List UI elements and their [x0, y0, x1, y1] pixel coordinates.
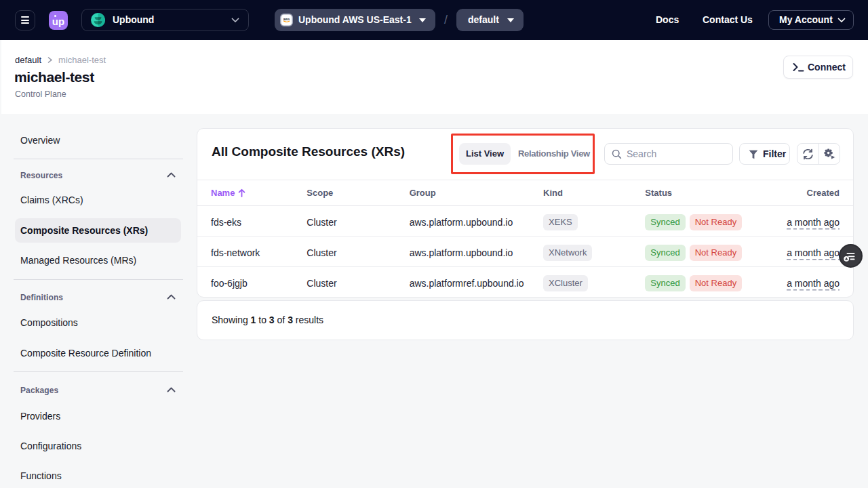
card-title: All Composite Resources (XRs) [212, 135, 405, 169]
synced-badge: Synced [645, 275, 685, 291]
column-header-group[interactable]: Group [410, 180, 543, 205]
created-timestamp[interactable]: a month ago [787, 247, 840, 260]
group-switcher[interactable]: default [456, 9, 524, 31]
kind-badge: XEKS [543, 214, 578, 230]
my-account-label: My Account [779, 11, 833, 29]
sidebar-section-definitions: Definitions [20, 293, 63, 302]
search-icon [612, 149, 622, 159]
filter-button[interactable]: Filter [739, 143, 790, 165]
to-count: 3 [269, 314, 275, 325]
cell-group: aws.platform.upbound.io [410, 236, 543, 266]
chevron-up-icon[interactable] [167, 294, 176, 300]
controlplane-name: Upbound AWS US-East-1 [298, 9, 412, 30]
cell-name[interactable]: fds-network [197, 236, 307, 266]
sidebar-item-composite-resource-definition[interactable]: Composite Resource Definition [15, 341, 181, 365]
column-header-created[interactable]: Created [754, 180, 853, 205]
contact-us-link[interactable]: Contact Us [703, 0, 753, 40]
my-account-button[interactable]: My Account [768, 10, 854, 30]
breadcrumb-parent[interactable]: default [15, 55, 41, 65]
from-count: 1 [251, 314, 256, 325]
created-timestamp[interactable]: a month ago [787, 278, 840, 291]
total-count: 3 [288, 314, 293, 325]
created-timestamp[interactable]: a month ago [787, 217, 840, 230]
gear-play-icon [824, 148, 836, 161]
cell-name[interactable]: foo-6jgjb [197, 266, 307, 297]
sidebar-item-providers[interactable]: Providers [15, 404, 181, 428]
chevron-right-icon [47, 55, 53, 65]
sidebar-section-packages: Packages [20, 386, 58, 395]
results-summary: Showing 1 to 3 of 3 results [212, 301, 323, 339]
kind-badge: XCluster [543, 275, 588, 291]
resources-table: Name Scope Group Kind Status Created fds… [197, 180, 853, 297]
sidebar-item-compositions[interactable]: Compositions [15, 310, 181, 335]
chevron-up-icon[interactable] [167, 387, 176, 392]
cell-group: aws.platformref.upbound.io [410, 266, 543, 297]
refresh-button-group [797, 143, 840, 165]
upbound-logo[interactable]: up [49, 11, 68, 30]
table-row[interactable]: fds-eks Cluster aws.platform.upbound.io … [197, 205, 853, 236]
sidebar-divider [14, 371, 183, 372]
column-header-status[interactable]: Status [645, 180, 753, 205]
svg-text:aws: aws [283, 17, 290, 21]
sidebar-item-functions[interactable]: Functions [15, 464, 181, 488]
page-header: defaultmichael-test michael-test Control… [1, 40, 868, 114]
menu-button[interactable] [15, 10, 35, 30]
org-switcher[interactable]: Upbound [81, 9, 249, 31]
breadcrumb: defaultmichael-test [15, 55, 106, 65]
cell-created: a month ago [754, 266, 853, 297]
cell-scope: Cluster [307, 236, 409, 266]
sort-asc-icon [238, 188, 245, 197]
terminal-icon [793, 62, 804, 73]
cell-kind: XCluster [543, 266, 645, 297]
cell-created: a month ago [754, 205, 853, 236]
sidebar-divider [14, 279, 183, 280]
cell-name[interactable]: fds-eks [197, 205, 307, 236]
not-ready-badge: Not Ready [690, 214, 742, 230]
search-box [604, 143, 733, 165]
cell-kind: XNetwork [543, 236, 645, 266]
refresh-button[interactable] [797, 144, 818, 164]
org-avatar-icon [91, 13, 105, 27]
relationship-view-tab[interactable]: Relationship View [518, 143, 590, 165]
logo-dot [54, 15, 56, 17]
cell-kind: XEKS [543, 205, 645, 236]
column-header-scope[interactable]: Scope [307, 180, 409, 205]
feedback-widget-button[interactable] [839, 244, 863, 268]
not-ready-badge: Not Ready [690, 275, 742, 291]
table-row[interactable]: fds-network Cluster aws.platform.upbound… [197, 236, 853, 266]
chevron-down-icon [837, 18, 846, 23]
docs-link[interactable]: Docs [656, 0, 679, 40]
breadcrumb-slash: / [444, 0, 448, 39]
table-row[interactable]: foo-6jgjb Cluster aws.platformref.upboun… [197, 266, 853, 297]
feedback-widget-icon [839, 244, 863, 268]
search-input[interactable] [627, 144, 728, 164]
aws-logo-icon: aws [280, 14, 293, 26]
auto-refresh-button[interactable] [818, 144, 840, 164]
group-name: default [468, 9, 499, 30]
sidebar-item-composite-resources[interactable]: Composite Resources (XRs) [15, 218, 181, 243]
connect-button[interactable]: Connect [783, 56, 853, 79]
breadcrumb-current: michael-test [58, 55, 106, 65]
chevron-down-filled-icon [507, 18, 514, 22]
funnel-icon [749, 150, 758, 159]
sidebar-item-configurations[interactable]: Configurations [15, 434, 181, 458]
column-header-name[interactable]: Name [197, 180, 307, 205]
page-subtitle: Control Plane [15, 89, 66, 99]
chevron-down-filled-icon [419, 18, 426, 22]
page-title: michael-test [14, 69, 94, 85]
cell-scope: Cluster [307, 266, 409, 297]
cell-status: SyncedNot Ready [645, 266, 753, 297]
to-word: to [258, 314, 267, 325]
results-word: results [296, 314, 323, 325]
chevron-up-icon[interactable] [167, 172, 176, 178]
list-view-tab[interactable]: List View [459, 143, 511, 165]
hamburger-icon [21, 16, 29, 24]
controlplane-switcher[interactable]: aws Upbound AWS US-East-1 [275, 9, 435, 31]
sidebar-item-overview[interactable]: Overview [15, 128, 181, 152]
sidebar-item-managed-resources[interactable]: Managed Resources (MRs) [15, 248, 181, 272]
composite-resources-card: All Composite Resources (XRs) List View … [197, 128, 854, 298]
not-ready-badge: Not Ready [690, 245, 742, 261]
sidebar-item-claims[interactable]: Claims (XRCs) [15, 188, 181, 212]
column-header-kind[interactable]: Kind [543, 180, 645, 205]
results-footer-card: Showing 1 to 3 of 3 results [197, 300, 854, 340]
